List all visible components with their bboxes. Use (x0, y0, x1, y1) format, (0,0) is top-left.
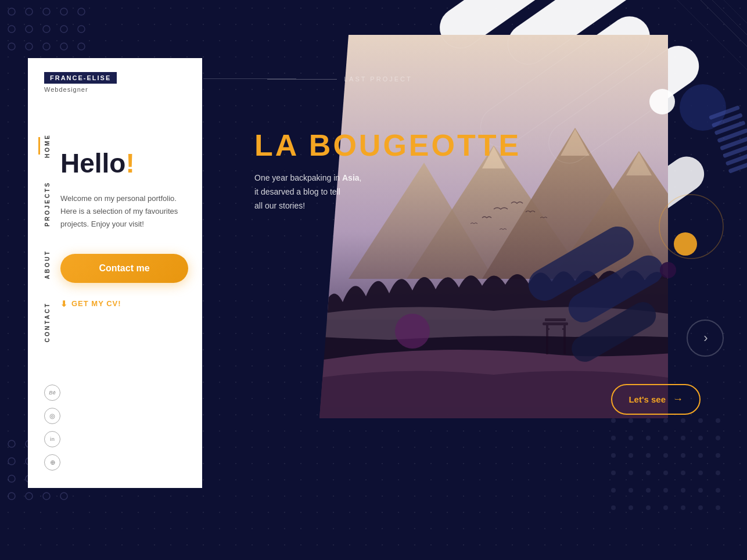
brand-subtitle: Webdesigner (44, 86, 186, 93)
svg-point-12 (60, 26, 67, 33)
section-label: LAST PROJECT (267, 76, 412, 82)
svg-point-31 (8, 493, 15, 500)
social-icons-group: Bē ◎ in ⊕ (44, 385, 60, 471)
brand-name: FRANCE-ELISE (44, 72, 117, 84)
svg-point-23 (8, 458, 15, 465)
svg-rect-101 (545, 318, 566, 321)
chevron-right-icon: › (703, 331, 708, 346)
main-illustration-svg (203, 0, 747, 560)
pinterest-icon[interactable]: ⊕ (44, 454, 60, 471)
svg-point-34 (60, 493, 67, 500)
svg-point-19 (8, 440, 15, 447)
contact-me-button[interactable]: Contact me (60, 254, 188, 283)
svg-point-15 (26, 43, 33, 50)
arrow-right-icon: → (673, 393, 683, 405)
svg-point-111 (674, 232, 697, 256)
sidebar-item-home[interactable]: HOME (28, 122, 67, 170)
connector-dot (197, 76, 202, 81)
sidebar-navigation: HOME PROJECTS ABOUT CONTACT (28, 122, 67, 354)
connector-line (203, 78, 296, 79)
project-description: One year backpaking in Asia,it desarved … (254, 171, 361, 213)
svg-point-17 (60, 43, 67, 50)
hello-heading: Hello! (60, 149, 186, 178)
svg-point-32 (26, 493, 33, 500)
project-title: LA BOUGEOTTE (254, 128, 521, 163)
sidebar-item-contact[interactable]: CONTACT (28, 290, 67, 354)
instagram-icon[interactable]: ◎ (44, 408, 60, 424)
sidebar-header: FRANCE-ELISE Webdesigner (28, 58, 202, 102)
lets-see-button[interactable]: Let's see → (611, 384, 701, 415)
svg-rect-103 (562, 328, 565, 330)
svg-point-18 (78, 43, 85, 50)
sidebar-panel: FRANCE-ELISE Webdesigner HOME PROJECTS A… (28, 58, 202, 488)
svg-point-10 (26, 26, 33, 33)
svg-point-112 (660, 262, 676, 278)
illustration-area (203, 0, 747, 560)
sidebar-item-about[interactable]: ABOUT (28, 238, 67, 291)
svg-rect-100 (543, 322, 568, 325)
svg-point-114 (649, 89, 675, 114)
svg-point-7 (60, 8, 67, 15)
svg-point-6 (43, 8, 50, 15)
sidebar-item-projects[interactable]: PROJECTS (28, 170, 67, 238)
behance-icon[interactable]: Bē (44, 385, 60, 401)
svg-point-13 (78, 26, 85, 33)
svg-point-4 (8, 8, 15, 15)
svg-point-27 (8, 475, 15, 482)
svg-point-8 (78, 8, 85, 15)
svg-point-14 (8, 43, 15, 50)
svg-point-11 (43, 26, 50, 33)
svg-point-9 (8, 26, 15, 33)
svg-point-33 (43, 493, 50, 500)
linkedin-icon[interactable]: in (44, 431, 60, 447)
next-button[interactable]: › (687, 320, 724, 357)
intro-paragraph: Welcome on my personal portfolio. Here i… (60, 192, 186, 231)
get-cv-link[interactable]: ⬇ GET MY CV! (60, 299, 186, 308)
svg-rect-102 (547, 328, 550, 330)
svg-point-116 (395, 314, 430, 349)
svg-point-16 (43, 43, 50, 50)
svg-point-5 (26, 8, 33, 15)
